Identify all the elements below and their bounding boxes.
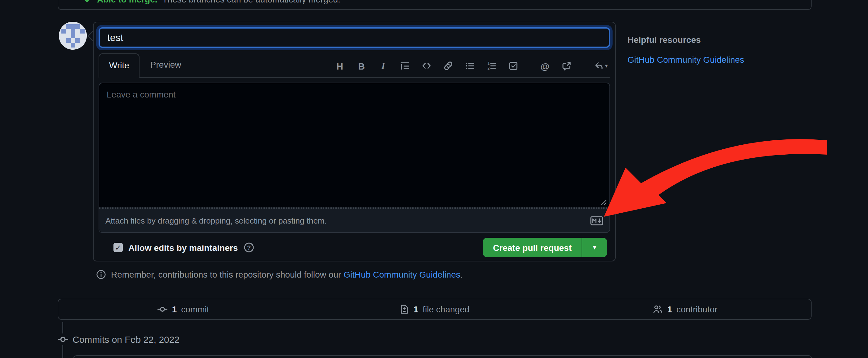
- merge-status-banner: Able to merge. These branches can be aut…: [57, 0, 811, 10]
- create-pr-dropdown-button[interactable]: ▾: [582, 238, 607, 257]
- commits-date-header: Commits on Feb 22, 2022: [72, 334, 180, 345]
- avatar: [59, 22, 87, 50]
- sidebar-guidelines-link[interactable]: GitHub Community Guidelines: [627, 55, 744, 64]
- pr-title-input[interactable]: [99, 27, 610, 48]
- form-footer: ✓ Allow edits by maintainers ? Create pu…: [99, 238, 610, 257]
- write-preview-tabs: Write Preview H B I 12: [99, 53, 610, 78]
- stat-commits[interactable]: 1 commit: [58, 299, 309, 319]
- stat-files-changed[interactable]: 1 file changed: [309, 299, 560, 319]
- allow-edits-label[interactable]: Allow edits by maintainers: [128, 243, 238, 252]
- commit-list-box: [73, 355, 812, 358]
- sidebar-heading: Helpful resources: [627, 35, 826, 45]
- saved-replies-caret: ▾: [605, 63, 608, 69]
- cross-reference-icon[interactable]: [561, 60, 572, 72]
- pr-stats-bar: 1 commit 1 file changed 1 contributor: [57, 299, 811, 320]
- resize-grip[interactable]: [600, 199, 607, 205]
- guidelines-note: Remember, contributions to this reposito…: [96, 270, 463, 279]
- guidelines-note-text: Remember, contributions to this reposito…: [111, 270, 463, 279]
- comment-editor: Attach files by dragging & dropping, sel…: [99, 83, 610, 233]
- git-commit-timeline-icon: [57, 333, 69, 345]
- git-commit-icon: [158, 304, 168, 314]
- helpful-resources-sidebar: Helpful resources GitHub Community Guide…: [627, 35, 826, 65]
- svg-text:1: 1: [487, 61, 490, 65]
- pr-create-page: Able to merge. These branches can be aut…: [0, 0, 868, 358]
- svg-text:2: 2: [487, 66, 490, 71]
- comment-textarea[interactable]: [99, 83, 610, 208]
- merge-status-text: Able to merge.: [97, 0, 157, 4]
- mention-icon[interactable]: @: [539, 60, 551, 72]
- heading-icon[interactable]: H: [334, 60, 345, 72]
- triangle-down-icon: ▾: [593, 243, 596, 251]
- link-icon[interactable]: [443, 60, 454, 72]
- pr-form: Write Preview H B I 12: [93, 22, 616, 261]
- identicon: [59, 22, 87, 50]
- file-diff-icon: [399, 304, 409, 314]
- ordered-list-icon[interactable]: 12: [486, 60, 497, 72]
- people-icon: [653, 304, 663, 314]
- code-icon[interactable]: [421, 60, 432, 72]
- markdown-toolbar: H B I 12: [334, 60, 610, 77]
- allow-edits-control: ✓ Allow edits by maintainers ?: [114, 242, 254, 253]
- merge-status-message: These branches can be automatically merg…: [162, 0, 340, 4]
- unordered-list-icon[interactable]: [464, 60, 475, 72]
- tab-write[interactable]: Write: [99, 53, 140, 78]
- create-pr-button-group: Create pull request ▾: [483, 238, 607, 257]
- tab-preview[interactable]: Preview: [140, 53, 192, 77]
- guidelines-link[interactable]: GitHub Community Guidelines: [343, 270, 460, 279]
- allow-edits-checkbox[interactable]: ✓: [114, 243, 123, 252]
- svg-text:?: ?: [247, 244, 250, 251]
- quote-icon[interactable]: [399, 60, 410, 72]
- check-icon: [83, 0, 92, 4]
- question-icon[interactable]: ?: [243, 242, 254, 253]
- attach-hint-text: Attach files by dragging & dropping, sel…: [105, 216, 327, 225]
- info-icon: [96, 270, 106, 279]
- markdown-icon[interactable]: [590, 216, 603, 225]
- saved-replies-icon[interactable]: ▾: [593, 60, 609, 72]
- italic-icon[interactable]: I: [378, 60, 389, 72]
- create-pull-request-button[interactable]: Create pull request: [483, 238, 582, 257]
- stat-contributors[interactable]: 1 contributor: [560, 299, 811, 319]
- bold-icon[interactable]: B: [356, 60, 367, 72]
- attach-files-bar[interactable]: Attach files by dragging & dropping, sel…: [99, 208, 610, 232]
- task-list-icon[interactable]: [508, 60, 519, 72]
